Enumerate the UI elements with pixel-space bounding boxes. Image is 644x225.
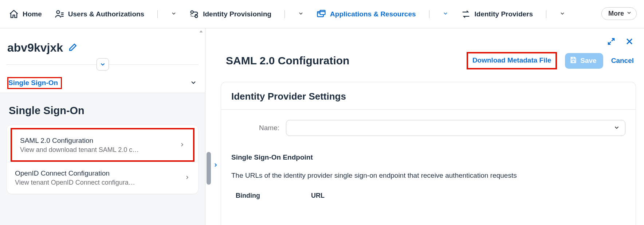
- sso-section: Single Sign-On SAML 2.0 Configuration Vi…: [0, 93, 205, 225]
- scroll-up-hint-icon: [199, 29, 204, 35]
- right-title-row: SAML 2.0 Configuration Download Metadata…: [219, 49, 636, 82]
- save-icon: [569, 56, 577, 66]
- sso-item-saml[interactable]: SAML 2.0 Configuration View and download…: [11, 128, 195, 162]
- nav-provisioning-label: Identity Provisioning: [203, 10, 271, 18]
- collapse-toggle-button[interactable]: [97, 58, 109, 71]
- endpoint-table-header: Binding URL: [221, 187, 636, 200]
- nav-home[interactable]: Home: [9, 9, 42, 19]
- identity-provider-settings-card: Identity Provider Settings Name: Single …: [221, 82, 636, 225]
- nav-idp-label: Identity Providers: [475, 10, 533, 18]
- sso-card: SAML 2.0 Configuration View and download…: [7, 125, 199, 194]
- home-icon: [9, 9, 19, 19]
- name-select[interactable]: [286, 120, 625, 136]
- sso-item-desc: View tenant OpenID Connect configura…: [15, 179, 135, 186]
- nav-more-label: More: [608, 10, 624, 17]
- svg-point-0: [56, 11, 59, 13]
- sso-item-title: OpenID Connect Configuration: [15, 169, 135, 177]
- nav-separator: [284, 10, 285, 18]
- idp-settings-heading: Identity Provider Settings: [221, 82, 636, 110]
- save-label: Save: [580, 57, 596, 65]
- provisioning-icon: [189, 9, 199, 19]
- application-name: abv9kvjxk: [7, 41, 63, 55]
- nav-idp[interactable]: Identity Providers: [461, 9, 533, 19]
- top-navigation: Home Users & Authorizations Identity Pro…: [0, 0, 644, 28]
- sso-endpoint-heading: Single Sign-On Endpoint: [221, 140, 636, 164]
- applications-icon: [316, 9, 326, 19]
- name-label: Name:: [231, 124, 286, 132]
- sso-item-desc: View and download tenant SAML 2.0 c…: [20, 146, 139, 154]
- sso-item-title: SAML 2.0 Configuration: [20, 137, 139, 145]
- right-actions: Download Metadata File Save Cancel: [467, 52, 634, 69]
- app-title-row: abv9kvjxk: [0, 35, 205, 55]
- tab-sso-label: Single Sign-On: [7, 77, 62, 89]
- chevron-down-icon: [626, 10, 632, 17]
- chevron-right-icon: [179, 142, 185, 149]
- download-metadata-link[interactable]: Download Metadata File: [467, 52, 557, 69]
- scrollbar-thumb[interactable]: [207, 152, 211, 185]
- nav-apps[interactable]: Applications & Resources: [316, 9, 416, 19]
- nav-separator: [157, 10, 158, 18]
- nav-users-label: Users & Authorizations: [68, 10, 144, 18]
- fullscreen-button[interactable]: [607, 37, 616, 47]
- nav-users-dropdown[interactable]: [171, 11, 177, 17]
- right-header-icons: [219, 28, 636, 49]
- nav-apps-dropdown[interactable]: [443, 11, 448, 17]
- panel-gutter: [205, 28, 219, 225]
- svg-rect-4: [320, 10, 325, 15]
- idp-icon: [461, 9, 471, 19]
- collapse-divider: [7, 59, 199, 70]
- tab-single-sign-on[interactable]: Single Sign-On: [0, 73, 205, 93]
- nav-home-label: Home: [23, 10, 42, 18]
- sso-item-oidc[interactable]: OpenID Connect Configuration View tenant…: [7, 162, 198, 193]
- nav-provisioning-dropdown[interactable]: [298, 11, 304, 17]
- svg-point-2: [195, 15, 198, 17]
- name-form-row: Name:: [221, 110, 636, 140]
- nav-apps-label: Applications & Resources: [330, 10, 416, 18]
- col-url: URL: [311, 192, 325, 200]
- svg-point-1: [191, 11, 193, 13]
- nav-more[interactable]: More: [601, 7, 637, 20]
- save-button[interactable]: Save: [565, 53, 603, 69]
- page-title: SAML 2.0 Configuration: [226, 55, 349, 67]
- left-panel: abv9kvjxk Single Sign-On Single Sign-On: [0, 28, 205, 225]
- nav-separator: [429, 10, 429, 18]
- sso-heading: Single Sign-On: [9, 105, 196, 117]
- expand-panel-button[interactable]: [213, 162, 219, 169]
- chevron-down-icon: [190, 79, 197, 87]
- users-auth-icon: [54, 9, 64, 19]
- main-area: abv9kvjxk Single Sign-On Single Sign-On: [0, 28, 644, 225]
- nav-users[interactable]: Users & Authorizations: [54, 9, 144, 19]
- nav-provisioning[interactable]: Identity Provisioning: [189, 9, 271, 19]
- right-panel: SAML 2.0 Configuration Download Metadata…: [219, 28, 644, 225]
- nav-separator: [546, 10, 546, 18]
- chevron-down-icon: [613, 124, 620, 132]
- chevron-right-icon: [184, 174, 190, 181]
- close-button[interactable]: [625, 37, 634, 47]
- nav-idp-dropdown[interactable]: [559, 11, 565, 17]
- sso-endpoint-description: The URLs of the identity provider single…: [221, 164, 636, 187]
- edit-name-button[interactable]: [68, 43, 78, 53]
- cancel-button[interactable]: Cancel: [611, 57, 634, 65]
- col-binding: Binding: [236, 192, 260, 200]
